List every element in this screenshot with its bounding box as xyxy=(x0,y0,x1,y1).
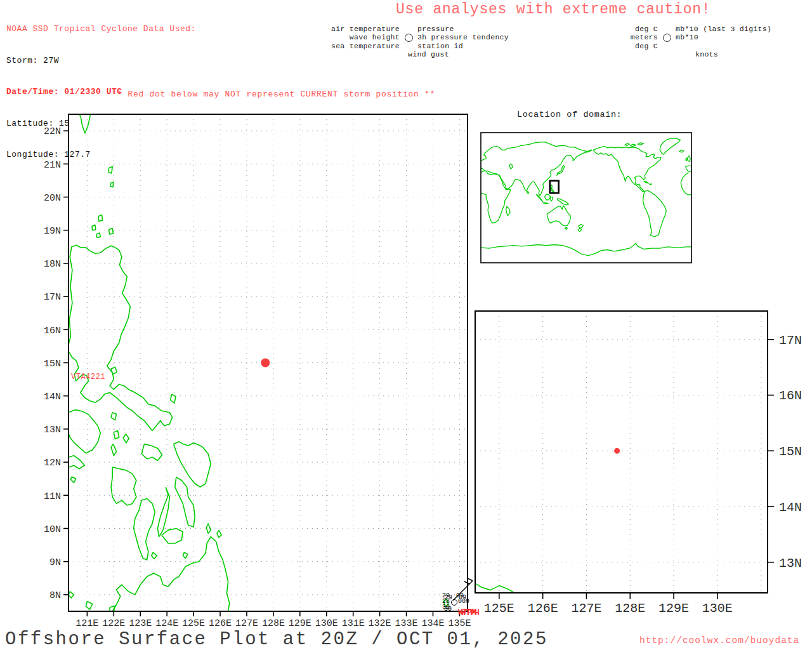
coastline-path xyxy=(152,552,157,559)
source-url[interactable]: http://coolwx.com/buoydata xyxy=(639,635,799,646)
coastline-path xyxy=(294,27,332,65)
coastline-path xyxy=(360,121,366,133)
station-id-label: WTPH xyxy=(461,611,480,616)
coastline-path xyxy=(96,233,100,237)
x-tick-label: 132E xyxy=(369,618,391,629)
x-tick-label: 121E xyxy=(75,618,98,629)
x-tick-label: 133E xyxy=(395,618,418,629)
coastline-path xyxy=(368,565,377,579)
coastline-path xyxy=(111,467,136,505)
y-tick-label: 16N xyxy=(779,388,802,403)
y-tick-label: 13N xyxy=(779,556,802,571)
coastline-path xyxy=(294,253,464,565)
coastline-path xyxy=(98,215,103,222)
coastline-path xyxy=(69,456,84,469)
coastline-path xyxy=(123,434,129,443)
y-tick-label: 8N xyxy=(49,590,61,601)
y-tick-label: 18N xyxy=(44,259,61,270)
coastline-path xyxy=(643,181,648,183)
x-tick-label: 131E xyxy=(342,618,365,629)
coastline-path xyxy=(294,530,347,603)
coastline-path xyxy=(681,173,691,195)
coastline-path xyxy=(69,410,100,453)
ship-report-label: VTA4221 xyxy=(71,373,105,381)
x-tick-label: 123E xyxy=(129,618,152,629)
y-tick-label: 15N xyxy=(44,359,61,369)
coastline-path xyxy=(686,166,691,171)
coastline-path xyxy=(527,191,529,193)
x-tick-label: 124E xyxy=(155,618,178,629)
coastline-path xyxy=(650,184,652,185)
coastline-path xyxy=(112,537,230,612)
station-tendency: 009 xyxy=(458,599,469,604)
coastline-path xyxy=(565,227,568,229)
coastline-path xyxy=(688,156,691,161)
coastline-path xyxy=(481,171,511,223)
coastline-path xyxy=(461,504,470,519)
x-tick-label: 128E xyxy=(615,601,645,616)
coastline-path xyxy=(110,182,114,187)
x-tick-label: 125E xyxy=(182,618,205,629)
y-tick-label: 21N xyxy=(44,160,61,171)
station-sea-temp: 30 xyxy=(444,606,452,612)
storm-position-dot xyxy=(614,448,620,454)
coastline-path xyxy=(363,147,368,156)
x-tick-label: 129E xyxy=(658,601,689,616)
coastline-path xyxy=(364,458,374,470)
coastline-path xyxy=(217,530,221,538)
y-tick-label: 10N xyxy=(44,524,61,535)
y-tick-label: 15N xyxy=(779,444,802,459)
y-tick-label: 22N xyxy=(44,126,61,137)
coastline-path xyxy=(551,185,554,194)
coastline-path xyxy=(679,150,684,152)
coastline-path xyxy=(630,144,636,146)
coastline-path xyxy=(340,232,346,240)
coastline-path xyxy=(206,524,211,534)
coastline-path xyxy=(108,167,112,173)
x-tick-label: 135E xyxy=(448,618,471,629)
coastline-path xyxy=(384,571,393,586)
x-tick-label: 130E xyxy=(315,618,338,629)
y-tick-label: 14N xyxy=(44,392,61,402)
plot-canvas: 121E122E123E124E125E126E127E128E129E130E… xyxy=(0,0,812,650)
coastline-path xyxy=(109,229,114,234)
coastline-path xyxy=(162,529,183,544)
coastline-path xyxy=(69,592,74,598)
world-inset-content xyxy=(481,138,691,256)
main-map-content xyxy=(69,110,468,611)
coastline-path xyxy=(593,147,661,192)
coastline-path xyxy=(625,143,629,145)
x-tick-label: 127E xyxy=(571,601,601,616)
coastline-path xyxy=(364,587,373,607)
coastline-path xyxy=(660,138,680,154)
coastline-path xyxy=(481,142,592,196)
coastline-path xyxy=(506,206,510,216)
x-tick-label: 126E xyxy=(528,601,558,616)
coastline-path xyxy=(343,202,350,213)
station-circle-icon xyxy=(451,599,457,606)
station-cluster: 29 09 29 09 28 009 30 30 WTPH WTPH xyxy=(440,590,491,620)
coastline-path xyxy=(86,601,92,609)
coastline-path xyxy=(360,225,367,235)
coastline-path xyxy=(158,487,170,536)
coastline-path xyxy=(643,190,667,237)
y-tick-label: 19N xyxy=(44,226,61,237)
x-tick-label: 122E xyxy=(102,618,125,629)
y-tick-label: 17N xyxy=(779,333,802,348)
y-tick-label: 17N xyxy=(44,292,61,303)
coastline-path xyxy=(69,245,173,430)
coastline-path xyxy=(111,413,116,420)
coastline-path xyxy=(638,143,643,145)
coastline-path xyxy=(558,199,569,205)
coastline-path xyxy=(543,203,548,204)
coastline-path xyxy=(332,219,339,228)
y-tick-label: 14N xyxy=(779,500,802,515)
coastline-path xyxy=(547,206,570,226)
storm-position-dot xyxy=(261,359,270,368)
coastline-path xyxy=(578,225,583,232)
domain-rectangle xyxy=(550,181,559,193)
y-tick-label: 12N xyxy=(44,458,61,468)
coastline-path xyxy=(545,194,551,200)
plot-title: Offshore Surface Plot at 20Z / OCT 01, 2… xyxy=(5,629,548,650)
y-tick-label: 9N xyxy=(49,557,61,568)
